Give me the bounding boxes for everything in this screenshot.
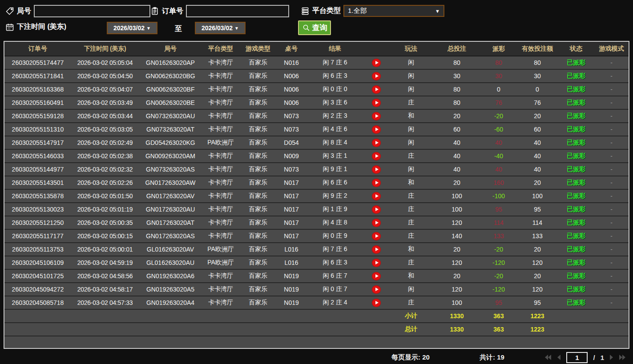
cell-game: 百家乐 — [239, 216, 277, 229]
table-row: 2603020551591282026-03-02 05:03:44GN0732… — [4, 110, 629, 123]
round-input[interactable] — [34, 5, 150, 17]
cell-game: 百家乐 — [239, 230, 277, 242]
cell-platform: 卡卡湾厅 — [202, 176, 239, 189]
cell-round: GN009263020AM — [139, 150, 202, 162]
play-video-icon[interactable] — [372, 299, 381, 307]
date-from-picker[interactable]: 2026/03/02 ▼ — [107, 22, 157, 34]
cell-valid: 20 — [517, 270, 558, 282]
page-separator: / — [593, 354, 595, 361]
cell-game: 百家乐 — [239, 136, 277, 149]
play-video-icon[interactable] — [372, 165, 381, 174]
cell-payout: -100 — [480, 190, 517, 202]
subtotal-table — [277, 310, 306, 322]
play-video-icon[interactable] — [372, 285, 381, 294]
play-video-icon[interactable] — [372, 139, 381, 147]
header-order: 订单号 — [4, 42, 71, 56]
cell-time: 2026-03-02 05:04:07 — [71, 83, 139, 96]
header-time: 下注时间 (美东) — [71, 42, 139, 56]
order-input[interactable] — [186, 5, 289, 17]
cell-order: 260302055143501 — [4, 176, 71, 189]
table-row: 2603020551435012026-03-02 05:02:26GN0172… — [4, 176, 629, 190]
cell-status: 已派彩 — [558, 283, 594, 296]
play-video-icon[interactable] — [372, 272, 381, 280]
cell-status: 已派彩 — [558, 110, 594, 122]
cell-game: 百家乐 — [239, 296, 277, 309]
cell-play — [364, 163, 389, 176]
play-video-icon[interactable] — [372, 125, 381, 134]
total-mode — [594, 323, 629, 336]
cell-result: 闲 6 庄 3 — [306, 70, 364, 82]
subtotal-wager: 小计 — [389, 310, 433, 322]
search-button[interactable]: 查询 — [298, 20, 331, 35]
platform-select[interactable]: 1.全部 ▼ — [343, 5, 444, 17]
cell-time: 2026-03-02 05:04:50 — [71, 70, 139, 82]
cell-payout: 114 — [480, 216, 517, 229]
total-row: 总计13303631223 — [4, 323, 629, 336]
play-video-icon[interactable] — [372, 152, 381, 160]
cell-bet: 120 — [433, 283, 480, 296]
cell-order: 260302055174477 — [4, 56, 71, 69]
cell-platform: 卡卡湾厅 — [202, 150, 239, 162]
cell-status: 已派彩 — [558, 230, 594, 242]
play-video-icon[interactable] — [372, 192, 381, 200]
subtotal-status — [558, 310, 594, 322]
first-page-icon[interactable] — [544, 355, 552, 360]
play-video-icon[interactable] — [372, 205, 381, 214]
page-number-input[interactable] — [566, 352, 588, 363]
play-video-icon[interactable] — [372, 219, 381, 227]
cell-mode: - — [594, 70, 629, 82]
date-to-picker[interactable]: 2026/03/02 ▼ — [195, 22, 246, 34]
play-video-icon[interactable] — [372, 259, 381, 267]
cell-time: 2026-03-02 04:58:56 — [71, 270, 139, 282]
total-result — [306, 323, 364, 336]
cell-play — [364, 296, 389, 309]
cell-game: 百家乐 — [239, 150, 277, 162]
cell-platform: 卡卡湾厅 — [202, 163, 239, 176]
cell-round: GN019263020A4 — [139, 296, 202, 309]
cell-time: 2026-03-02 05:00:15 — [71, 230, 139, 242]
cell-mode: - — [594, 136, 629, 149]
cell-round: GN017263020AU — [139, 203, 202, 216]
last-page-icon[interactable] — [619, 355, 626, 360]
cell-mode: - — [594, 150, 629, 162]
cell-order: 260302055121250 — [4, 216, 71, 229]
prev-page-icon[interactable] — [557, 355, 561, 360]
cell-time: 2026-03-02 05:00:01 — [71, 243, 139, 256]
subtotal-time — [71, 310, 139, 322]
play-video-icon[interactable] — [372, 72, 381, 80]
cell-time: 2026-03-02 05:03:49 — [71, 96, 139, 109]
cell-payout: 95 — [480, 296, 517, 309]
play-video-icon[interactable] — [372, 245, 381, 254]
cell-valid: 133 — [517, 230, 558, 242]
cell-order: 260302045085718 — [4, 296, 71, 309]
date-range-to-label: 至 — [175, 24, 182, 34]
total-status — [558, 323, 594, 336]
cell-round: GN006263020BF — [139, 83, 202, 96]
cell-result: 闲 6 庄 3 — [306, 256, 364, 269]
play-video-icon[interactable] — [372, 59, 381, 67]
cell-wager: 和 — [389, 243, 433, 256]
header-wager: 玩法 — [389, 42, 433, 56]
play-video-icon[interactable] — [372, 85, 381, 94]
play-video-icon[interactable] — [372, 179, 381, 187]
play-video-icon[interactable] — [372, 232, 381, 240]
cell-mode: - — [594, 243, 629, 256]
cell-mode: - — [594, 296, 629, 309]
cell-time: 2026-03-02 05:02:49 — [71, 136, 139, 149]
table-row: 2603020551604912026-03-02 05:03:49GN0062… — [4, 96, 629, 110]
cell-round: GL016263020AV — [139, 243, 202, 256]
round-filter: 局号 — [5, 5, 150, 17]
cell-wager: 庄 — [389, 203, 433, 216]
cell-order: 260302045106109 — [4, 256, 71, 269]
cell-bet: 80 — [433, 83, 480, 96]
cell-valid: 40 — [517, 150, 558, 162]
cell-wager: 庄 — [389, 230, 433, 242]
cell-result: 闲 4 庄 6 — [306, 123, 364, 136]
subtotal-result — [306, 310, 364, 322]
header-valid: 有效投注额 — [517, 42, 558, 56]
play-video-icon[interactable] — [372, 112, 381, 120]
date-to-value: 2026/03/02 — [202, 24, 233, 32]
next-page-icon[interactable] — [609, 355, 613, 360]
cell-status: 已派彩 — [558, 203, 594, 216]
play-video-icon[interactable] — [372, 99, 381, 107]
